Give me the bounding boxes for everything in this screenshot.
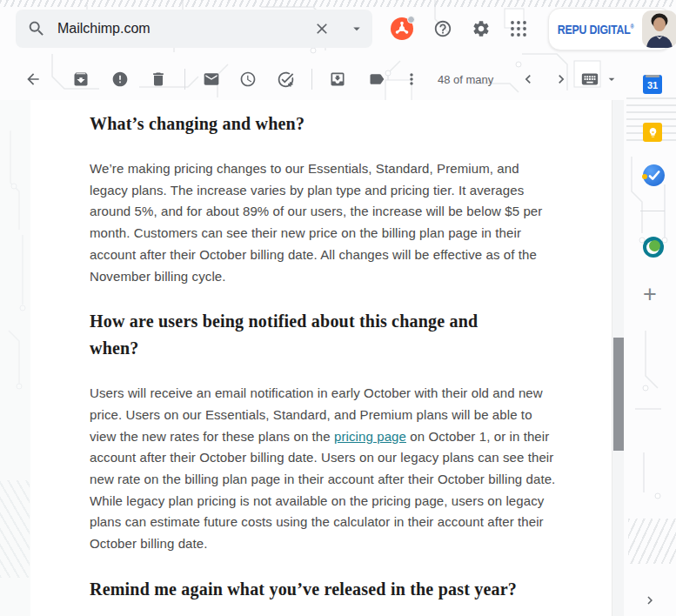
older-chevron-right-icon[interactable] — [545, 64, 577, 95]
account-profile-pill[interactable]: REPU DIGITAL® — [548, 8, 672, 50]
email-heading-3: Remind me again what you’ve released in … — [90, 576, 584, 603]
google-calendar-icon[interactable]: 31 — [643, 75, 662, 94]
help-icon[interactable] — [425, 11, 460, 46]
show-side-panel-chevron-icon[interactable] — [638, 588, 662, 613]
settings-gear-icon[interactable] — [464, 11, 499, 46]
toolbar-divider — [184, 69, 185, 90]
archive-icon[interactable] — [65, 64, 97, 95]
toolbar-divider — [311, 69, 312, 90]
pagination-count: 48 of many — [438, 73, 511, 86]
user-avatar — [642, 10, 676, 48]
email-heading-1: What’s changing and when? — [90, 110, 584, 137]
search-input[interactable] — [57, 21, 303, 37]
clear-search-icon[interactable] — [303, 10, 341, 48]
side-panel-divider — [640, 211, 665, 211]
email-reading-pane: What’s changing and when? We’re making p… — [30, 100, 612, 616]
input-tools-dropdown-icon[interactable] — [602, 64, 621, 95]
search-bar — [16, 10, 372, 48]
pattern-hatch-right-2 — [628, 519, 676, 564]
more-options-icon[interactable] — [396, 64, 427, 95]
mark-unread-icon[interactable] — [196, 64, 227, 95]
email-paragraph-2: Users will receive an email notification… — [90, 383, 584, 555]
repu-digital-logo: REPU DIGITAL® — [558, 22, 634, 37]
back-arrow-icon[interactable] — [17, 64, 49, 95]
get-addons-plus-icon[interactable]: + — [643, 285, 657, 303]
input-tools-keyboard-icon[interactable] — [577, 64, 603, 95]
newer-chevron-left-icon[interactable] — [512, 64, 544, 95]
email-heading-2: How are users being notified about this … — [90, 308, 584, 362]
snooze-clock-icon[interactable] — [232, 64, 264, 95]
content-scrollbar-track[interactable] — [612, 100, 624, 616]
google-apps-grid-icon[interactable] — [501, 11, 536, 46]
search-options-dropdown-icon[interactable] — [341, 10, 372, 48]
pattern-hatch-top — [0, 0, 676, 7]
paragraph-text: on October 1, or in their account after … — [90, 429, 555, 552]
delete-trash-icon[interactable] — [143, 64, 174, 95]
google-tasks-icon[interactable] — [643, 164, 665, 186]
search-icon[interactable] — [16, 10, 57, 48]
add-to-tasks-icon[interactable] — [270, 64, 301, 95]
label-icon[interactable] — [361, 64, 392, 95]
registered-mark: ® — [631, 23, 634, 30]
google-keep-icon[interactable] — [643, 123, 662, 142]
pricing-page-link[interactable]: pricing page — [334, 429, 406, 444]
calendar-date-label: 31 — [647, 80, 658, 90]
content-scrollbar-thumb[interactable] — [613, 338, 624, 451]
report-spam-icon[interactable] — [104, 64, 136, 95]
left-gutter — [0, 100, 30, 616]
move-to-icon[interactable] — [322, 64, 353, 95]
hubspot-extension-icon[interactable] — [385, 11, 419, 46]
webex-app-icon[interactable] — [643, 237, 664, 258]
email-paragraph-1: We’re making pricing changes to our Esse… — [90, 158, 584, 287]
